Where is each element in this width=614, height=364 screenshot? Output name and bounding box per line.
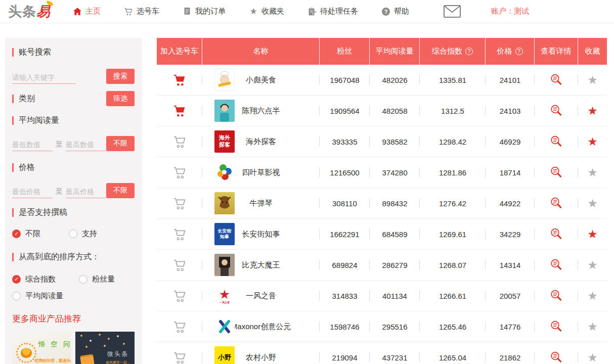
account-name-cell[interactable]: ★一风之音 一风之音: [202, 281, 320, 311]
view-detail-cell[interactable]: [535, 126, 578, 157]
favorite-cell[interactable]: ★: [578, 342, 607, 364]
favorite-cell[interactable]: ★: [578, 96, 607, 126]
add-to-cart-cell[interactable]: [157, 311, 202, 342]
price-unlimited-button[interactable]: 不限: [106, 183, 135, 198]
nav-item-1[interactable]: 选号车: [124, 7, 159, 16]
favorite-star-icon[interactable]: ★: [587, 167, 598, 178]
accent-bar: [12, 116, 14, 125]
index-cell: 1276.42: [420, 188, 486, 218]
nav-item-5[interactable]: ? 帮助: [381, 7, 409, 16]
phone-icon: [80, 354, 96, 364]
read-unlimited-button[interactable]: 不限: [106, 136, 135, 151]
add-to-cart-cell[interactable]: [157, 342, 202, 364]
price-min-input[interactable]: [12, 185, 53, 198]
favorite-star-icon[interactable]: ★: [587, 198, 598, 209]
favorite-cell[interactable]: ★: [578, 126, 607, 157]
account-name-cell[interactable]: 比克大魔王: [202, 250, 320, 280]
column-header-5[interactable]: 价格?: [486, 38, 535, 65]
account-name-cell[interactable]: 牛弹琴: [202, 188, 320, 218]
account-name-cell[interactable]: 小彪美食: [202, 65, 320, 95]
avg-read-cell: 295516: [370, 311, 420, 342]
help-icon[interactable]: ?: [515, 48, 523, 55]
add-to-cart-cell[interactable]: [157, 96, 202, 126]
favorite-cell[interactable]: ★: [578, 65, 607, 95]
add-to-cart-cell[interactable]: [157, 188, 202, 218]
view-detail-cell[interactable]: [535, 157, 578, 188]
add-to-cart-cell[interactable]: [157, 65, 202, 95]
favorite-star-icon[interactable]: ★: [587, 105, 598, 117]
promo-banner-weitoutiao[interactable]: 微头条 微风聚在一起， 就有台风的力量: [75, 332, 135, 364]
sort-option-1[interactable]: 粉丝量: [79, 275, 115, 284]
favorite-star-icon[interactable]: ★: [587, 352, 598, 363]
nav-item-2[interactable]: 我的订单: [183, 7, 226, 16]
nav-item-0[interactable]: 主页: [73, 7, 101, 16]
promo-banner-wukong[interactable]: 悟 空 问 答 优秀的问答，就是头条: [12, 332, 71, 364]
favorite-star-icon[interactable]: ★: [587, 290, 598, 302]
table-row: Maxonor创意公元 1598746 295516 1265.46 14776…: [157, 311, 607, 342]
favorite-star-icon[interactable]: ★: [587, 74, 598, 86]
favorite-star-icon[interactable]: ★: [587, 136, 598, 148]
view-detail-cell[interactable]: [535, 311, 578, 342]
fans-cell: 393335: [320, 126, 370, 157]
support-option-0[interactable]: ✓ 不限: [12, 229, 40, 239]
table-row: 小野 农村小野 219094 437231 1265.04 21862 ★: [157, 342, 607, 364]
favorite-star-icon[interactable]: ★: [587, 259, 598, 271]
view-detail-cell[interactable]: [535, 188, 578, 218]
view-detail-cell[interactable]: [535, 342, 578, 364]
sort-option-2[interactable]: 平均阅读量: [12, 291, 63, 301]
sort-option-0[interactable]: ✓ 综合指数: [12, 275, 56, 284]
add-to-cart-cell[interactable]: [157, 250, 202, 280]
view-detail-cell[interactable]: [535, 219, 578, 249]
account-name-cell[interactable]: 四叶草影视: [202, 157, 320, 188]
add-to-cart-icon: [173, 228, 187, 241]
favorite-cell[interactable]: ★: [578, 157, 607, 188]
favorite-star-icon[interactable]: ★: [587, 229, 598, 240]
column-header-4[interactable]: 综合指数?: [420, 38, 486, 65]
view-detail-cell[interactable]: [535, 250, 578, 280]
add-to-cart-cell[interactable]: [157, 157, 202, 188]
read-max-input[interactable]: [66, 138, 106, 151]
help-icon[interactable]: ?: [465, 48, 473, 55]
add-to-cart-cell[interactable]: [157, 219, 202, 249]
search-button[interactable]: 搜索: [106, 69, 135, 84]
view-detail-cell[interactable]: [535, 96, 578, 126]
add-to-cart-cell[interactable]: [157, 126, 202, 157]
read-min-input[interactable]: [12, 138, 53, 151]
mail-button[interactable]: [444, 5, 461, 18]
account-name-cell[interactable]: 陈翔六点半: [202, 96, 320, 126]
favorite-star-icon[interactable]: ★: [587, 321, 598, 333]
account-label[interactable]: 账户：测试: [491, 7, 529, 16]
price-max-input[interactable]: [66, 185, 106, 198]
favorite-cell[interactable]: ★: [578, 250, 607, 280]
account-name-cell[interactable]: Maxonor创意公元: [202, 311, 320, 342]
add-to-cart-cell[interactable]: [157, 281, 202, 311]
column-header-2: 粉丝: [320, 38, 370, 65]
table-row: 牛弹琴 308110 898432 1276.42 44922 ★: [157, 188, 607, 219]
accent-bar: [12, 48, 14, 57]
price-cell: 18714: [486, 157, 535, 188]
view-detail-icon: [550, 258, 563, 271]
fans-cell: 1662291: [320, 219, 370, 249]
more-products-link[interactable]: 更多商业产品推荐: [12, 313, 135, 325]
nav-item-4[interactable]: 待处理任务: [308, 7, 358, 16]
nav-item-label: 我的订单: [195, 7, 226, 16]
favorite-cell[interactable]: ★: [578, 281, 607, 311]
app-logo[interactable]: 头条 易: [8, 3, 51, 21]
account-name-cell[interactable]: 长安街知事 长安街知事: [202, 219, 320, 249]
help-icon: ?: [381, 7, 390, 16]
support-option-1[interactable]: 支持: [69, 229, 97, 239]
view-detail-cell[interactable]: [535, 65, 578, 95]
favorite-cell[interactable]: ★: [578, 188, 607, 218]
account-name-cell[interactable]: 小野 农村小野: [202, 342, 320, 364]
table-row: 陈翔六点半 1909564 482058 1312.5 24103 ★: [157, 96, 607, 126]
index-cell: 1281.86: [420, 157, 486, 188]
nav-item-3[interactable]: ★ 收藏夹: [249, 7, 284, 16]
view-detail-cell[interactable]: [535, 281, 578, 311]
filter-button[interactable]: 筛选: [106, 91, 135, 106]
account-name-cell[interactable]: 海外探客 海外探客: [202, 126, 320, 157]
keyword-input[interactable]: [12, 71, 76, 84]
table-body: 小彪美食 1967048 482026 1335.81 24101 ★ 陈翔六点…: [157, 65, 607, 364]
radio-label: 粉丝量: [92, 275, 115, 284]
favorite-cell[interactable]: ★: [578, 219, 607, 249]
favorite-cell[interactable]: ★: [578, 311, 607, 342]
